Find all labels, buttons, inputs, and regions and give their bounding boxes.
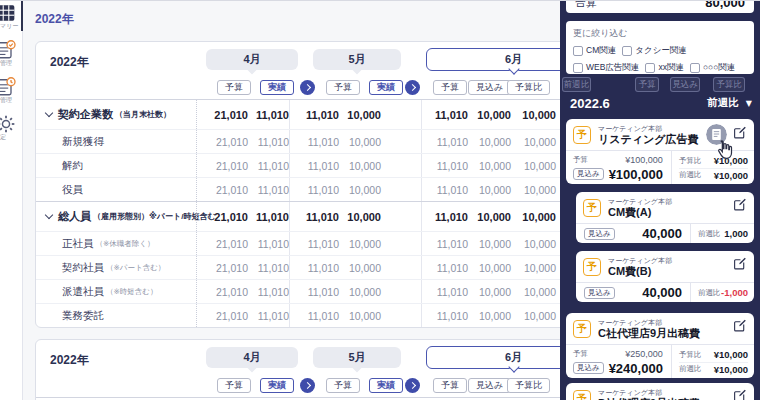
card-header: 予マーケティング本部リスティング広告費 [566,119,754,150]
budget-badge: 予 [583,199,601,217]
card-icons [706,124,747,145]
value-cell: 11,010 [248,202,289,231]
column-toggle-button[interactable]: 見込み [468,378,511,393]
metrics-table-card-2: 2022年 4月予算実績5月予算実績6月予算見込み予算比 [35,339,560,400]
column-toggle-button[interactable]: 予算比 [507,80,550,95]
value-cell: 11,010 [248,232,289,255]
stat-value: ¥10,000 [714,170,748,181]
month-tab[interactable]: 6月 [426,48,560,71]
card-icons [732,318,747,337]
row-label-note: （当月末社数） [115,109,171,120]
column-toggle-button[interactable]: 予算 [326,80,360,95]
value-cell: 21,010 [196,256,248,279]
value-cell: 10,000 [468,154,511,177]
column-toggle-button[interactable]: 見込み [468,80,511,95]
value-cell: 11,010 [248,304,289,327]
stat-value: ¥240,000 [609,361,663,376]
edit-note-icon[interactable] [732,388,747,400]
card-title: リスティング広告費 [598,133,699,146]
edit-note-icon[interactable] [732,197,747,216]
main-content: 2022年 2022年 4月予算実績5月予算実績6月予算見込み予算比 契約企業数… [23,1,560,400]
next-arrow-button[interactable] [405,80,420,95]
column-toggle-button[interactable]: 予算比 [507,378,550,393]
next-arrow-button[interactable] [300,80,315,95]
chevron-expand-icon[interactable] [45,211,53,219]
clipboard-check-icon [0,40,22,60]
month-tab[interactable]: 6月 [426,346,560,369]
breakdown-icon[interactable] [706,124,727,145]
table-row: 役員21,01011,01011,01010,00011,01010,00010… [36,177,560,201]
row-label-cell[interactable]: 契約企業数（当月末社数） [36,100,196,129]
filter-checkbox-WEB広告関連[interactable]: WEB広告関連 [573,62,639,74]
card-body: 見込み40,000前週比-1,000 [576,282,754,302]
row-label: 総人員 [58,209,91,224]
stat-label: 予算 [573,155,588,165]
row-label-note: （※パート含む） [106,263,165,273]
column-spacer [381,202,421,231]
column-toggle-button[interactable]: 実績 [260,378,294,393]
sidebar-item-0[interactable]: マリー [0,3,23,30]
value-cell: 10,000 [339,232,381,255]
edit-note-icon[interactable] [732,125,747,144]
edit-note-icon[interactable] [732,318,747,337]
column-toggle-button[interactable]: 予算 [217,80,251,95]
row-label: 役員 [62,183,83,197]
value-cell: 10,000 [468,304,511,327]
sidebar-item-1[interactable]: 管理 [0,40,23,67]
column-toggle-button[interactable]: 予算 [326,378,360,393]
stat-value: ¥100,000 [609,167,663,182]
column-spacer [381,154,421,177]
forecast-chip: 見込み [573,362,604,374]
edit-note-icon[interactable] [732,256,747,275]
filter-option-label: WEB広告関連 [586,62,639,74]
row-label-cell: 解約 [36,154,196,177]
value-cell: 10,000 [511,130,556,153]
column-spacer [381,130,421,153]
row-label-cell: 新規獲得 [36,130,196,153]
checkbox-icon [622,46,632,56]
column-toggle-button[interactable]: 予算 [433,80,467,95]
next-arrow-button[interactable] [405,378,420,393]
card-department: マーケティング本部 [598,318,700,327]
column-toggle-button[interactable]: 予算 [433,378,467,393]
stat-value: ¥250,000 [625,349,663,359]
budget-card: 予マーケティング本部CM費(B)見込み40,000前週比-1,000 [576,251,754,302]
sidebar-item-2[interactable]: 管理 [0,77,23,104]
stat-row: 前週比¥10,000 [679,362,748,376]
card-stats-left: 予算¥250,000見込み¥240,000 [566,345,671,378]
stat-label: 前週比 [698,288,721,298]
card-stats-right: 前週比-1,000 [690,283,754,302]
card-stats-left: 見込み40,000 [576,224,690,243]
filter-checkbox-タクシー関連[interactable]: タクシー関連 [622,45,687,57]
column-toggle-button[interactable]: 実績 [260,80,294,95]
checkbox-icon [645,63,655,73]
card-body: 予算¥100,000見込み¥100,000予算比¥10,000前週比¥10,00… [566,150,754,184]
stat-row: 前週比-1,000 [698,286,748,300]
value-cell: 10,000 [468,202,511,231]
stat-value: 40,000 [642,226,682,241]
chevron-down-icon: ▼ [746,99,752,108]
chevron-expand-icon[interactable] [45,109,53,117]
month-tab[interactable]: 4月 [206,49,298,70]
filter-checkbox-○○○関連[interactable]: ○○○関連 [690,62,735,74]
stat-value: ¥10,000 [714,349,748,360]
month-tab[interactable]: 4月 [206,347,298,368]
metric-dropdown[interactable]: 前週比 ▼ [707,96,752,110]
column-toggle-button[interactable]: 実績 [369,378,403,393]
sidebar-item-3[interactable]: 定 [0,114,23,141]
filter-checkbox-xx関連[interactable]: xx関連 [645,62,684,74]
month-tab[interactable]: 5月 [313,347,401,368]
month-tab[interactable]: 5月 [313,49,401,70]
value-cell: 10,000 [511,304,556,327]
stat-row: 予算比¥10,000 [679,154,748,168]
value-cell: 10,000 [339,154,381,177]
row-label-cell[interactable]: 総人員（雇用形態別）※パート/時短含む [36,202,196,231]
value-cell: 10,000 [339,100,381,129]
next-arrow-button[interactable] [300,378,315,393]
value-cell: 21,010 [196,130,248,153]
column-toggle-button[interactable]: 実績 [369,80,403,95]
right-panel: 前週比予算見込み予算比 合算 80,000 更に絞り込む CM関連タクシー関連W… [560,1,760,400]
filter-checkbox-CM関連[interactable]: CM関連 [573,45,616,57]
column-toggle-button[interactable]: 予算 [217,378,251,393]
stat-row: 見込み¥100,000 [573,167,663,181]
